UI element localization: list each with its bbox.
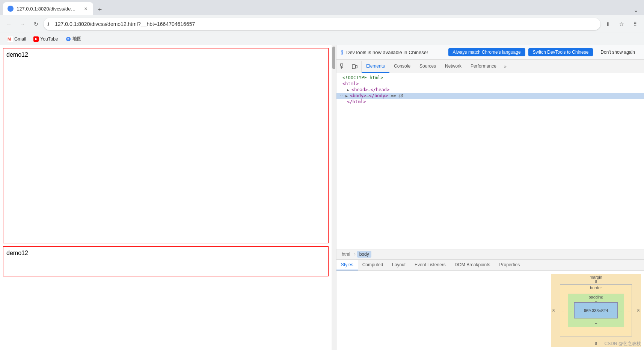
- tab-elements[interactable]: Elements: [362, 60, 389, 73]
- styles-tab-layout[interactable]: Layout: [388, 260, 410, 270]
- tab-console[interactable]: Console: [389, 60, 415, 73]
- head-close-tag: </head>: [371, 87, 390, 92]
- tab-favicon: [8, 6, 14, 12]
- tab-bar: 127.0.0.1:8020/divcss/demo12... ✕ + ⌄: [0, 0, 644, 15]
- html-open-line[interactable]: <html>: [336, 81, 644, 87]
- doctype-line[interactable]: <!DOCTYPE html>: [336, 75, 644, 81]
- border-dash-top: –: [595, 289, 597, 294]
- body-close-tag: </body>: [369, 93, 388, 98]
- styles-tab-properties[interactable]: Properties: [495, 260, 525, 270]
- html-close-line[interactable]: </html>: [336, 99, 644, 105]
- content-size: 669.333×824: [584, 308, 608, 313]
- body-selected-marker: == $0: [388, 94, 403, 98]
- styles-tab-dom-breakpoints[interactable]: DOM Breakpoints: [450, 260, 495, 270]
- demo-box-2: demo12: [3, 246, 329, 276]
- page-scrollbar[interactable]: [332, 45, 336, 350]
- head-expand-arrow[interactable]: ▶: [347, 88, 351, 92]
- body-ellipsis: …: [366, 93, 369, 98]
- svg-rect-10: [352, 65, 355, 69]
- head-ellipsis: …: [368, 87, 370, 92]
- head-line[interactable]: ▶ <head> … </head>: [336, 87, 644, 93]
- margin-box: margin 8 8 8 8: [551, 274, 641, 347]
- maps-label: 地图: [72, 36, 81, 42]
- breadcrumb-body[interactable]: body: [357, 251, 371, 258]
- devtools-tool-icons: [336, 61, 362, 72]
- svg-rect-7: [341, 64, 343, 66]
- doctype-text: <!DOCTYPE html>: [342, 75, 383, 80]
- border-dash-right: –: [628, 308, 630, 313]
- svg-point-0: [8, 6, 13, 11]
- info-icon: ℹ: [341, 49, 343, 56]
- margin-top-value: 8: [595, 279, 597, 284]
- svg-text:M: M: [67, 38, 69, 41]
- dismiss-button[interactable]: Don't show again: [596, 48, 639, 56]
- tab-overflow-button[interactable]: ⌄: [630, 5, 641, 15]
- devtools-tabs: Elements Console Sources Network Perform…: [362, 60, 644, 73]
- box-model-diagram: margin 8 8 8 8: [551, 274, 641, 347]
- bookmark-gmail[interactable]: M Gmail: [5, 36, 29, 42]
- youtube-label: YouTube: [40, 36, 58, 42]
- border-box: border – – – – padding – –: [560, 284, 632, 336]
- demo-title-1: demo12: [6, 51, 28, 58]
- padding-dash-left: –: [570, 308, 572, 313]
- bookmarks-bar: M Gmail YouTube M 地图: [0, 33, 644, 45]
- tab-sources[interactable]: Sources: [415, 60, 440, 73]
- devtools-panel: ℹ DevTools is now available in Chinese! …: [336, 45, 644, 350]
- breadcrumb-html[interactable]: html: [339, 251, 353, 258]
- new-tab-button[interactable]: +: [95, 5, 105, 15]
- styles-tab-event-listeners[interactable]: Event Listeners: [410, 260, 450, 270]
- page-content[interactable]: demo12 demo12: [0, 45, 332, 350]
- content-dash-left: –: [580, 308, 582, 313]
- tab-network[interactable]: Network: [440, 60, 466, 73]
- box-model-area: margin 8 8 8 8: [336, 271, 644, 350]
- border-dash-left: –: [562, 308, 564, 313]
- html-close-tag: </html>: [347, 99, 366, 104]
- notification-text: DevTools is now available in Chinese!: [346, 50, 445, 55]
- back-button[interactable]: ←: [3, 18, 15, 30]
- tab-more-button[interactable]: »: [501, 60, 510, 73]
- device-toggle-button[interactable]: [349, 61, 360, 72]
- element-picker-button[interactable]: [338, 61, 348, 72]
- tab-performance[interactable]: Performance: [466, 60, 501, 73]
- browser-window: 127.0.0.1:8020/divcss/demo12... ✕ + ⌄ ← …: [0, 0, 644, 350]
- elements-tree[interactable]: <!DOCTYPE html> <html> ▶ <head> … </head…: [336, 73, 644, 249]
- html-tag: <html>: [342, 81, 359, 86]
- svg-rect-11: [356, 65, 357, 68]
- padding-dash-right: –: [620, 308, 622, 313]
- margin-right-value: 8: [637, 308, 639, 313]
- toolbar-right: ⬆ ☆ ⠿: [602, 18, 641, 30]
- scrollbar-thumb[interactable]: [332, 47, 335, 69]
- content-dash-right: –: [609, 308, 612, 313]
- tab-close-button[interactable]: ✕: [83, 6, 89, 12]
- bookmark-youtube[interactable]: YouTube: [30, 36, 61, 42]
- styles-tabs: Styles Computed Layout Event Listeners D…: [336, 260, 644, 271]
- padding-box: padding – – – – – 669.333×824: [568, 294, 624, 327]
- youtube-icon: [33, 36, 39, 42]
- body-expand-arrow[interactable]: ▶: [345, 94, 350, 98]
- body-tag: <body>: [350, 93, 366, 98]
- svg-text:M: M: [8, 37, 11, 41]
- bookmark-button[interactable]: ☆: [615, 18, 627, 30]
- profile-button[interactable]: ⠿: [629, 18, 641, 30]
- tab-title: 127.0.0.1:8020/divcss/demo12...: [17, 6, 80, 12]
- switch-chinese-button[interactable]: Switch DevTools to Chinese: [528, 48, 593, 56]
- address-wrap: ℹ: [44, 18, 600, 30]
- share-button[interactable]: ⬆: [602, 18, 614, 30]
- main-area: demo12 demo12 ℹ DevTools is now availabl…: [0, 45, 644, 350]
- reload-button[interactable]: ↻: [30, 18, 42, 30]
- head-tag: <head>: [351, 87, 368, 92]
- bookmark-maps[interactable]: M 地图: [63, 35, 84, 43]
- styles-tab-computed[interactable]: Computed: [358, 260, 388, 270]
- active-tab[interactable]: 127.0.0.1:8020/divcss/demo12... ✕: [3, 2, 93, 15]
- margin-left-value: 8: [552, 308, 555, 313]
- forward-button[interactable]: →: [17, 18, 29, 30]
- body-line[interactable]: ··· ▶ <body> … </body> == $0: [336, 93, 644, 99]
- demo-box-1: demo12: [3, 48, 329, 243]
- secure-icon: ℹ: [47, 21, 49, 27]
- always-match-button[interactable]: Always match Chrome's language: [448, 48, 525, 56]
- demo-title-2: demo12: [6, 250, 28, 256]
- styles-tab-styles[interactable]: Styles: [336, 260, 358, 270]
- padding-dash-bottom: –: [595, 321, 597, 325]
- address-input[interactable]: [44, 18, 600, 30]
- border-dash-bottom: –: [595, 330, 597, 335]
